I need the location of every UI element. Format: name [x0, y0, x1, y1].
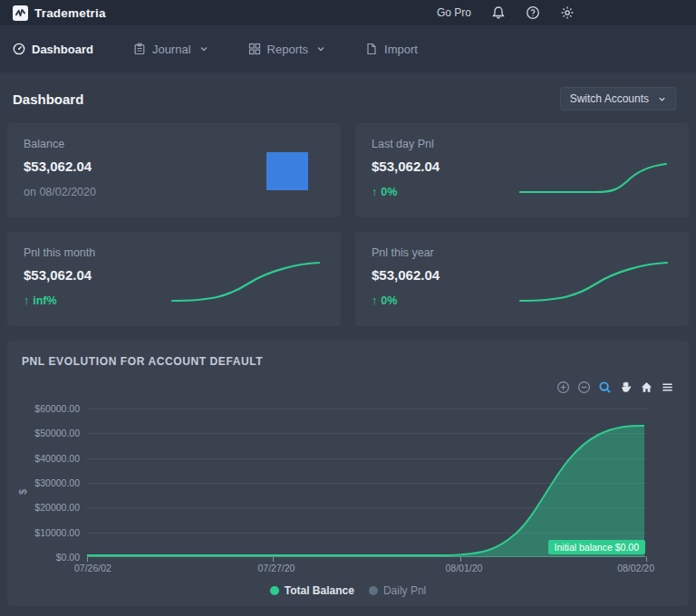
y-axis: $ $60000.00 $50000.00 $40000.00 $30000.0…: [22, 402, 87, 570]
import-file-icon: [365, 43, 378, 55]
y-tick: $0.00: [56, 552, 80, 563]
menu-icon[interactable]: [661, 380, 674, 394]
balance-blue-box: [266, 152, 308, 190]
nav-label: Journal: [152, 43, 191, 56]
main-nav: Dashboard Journal Reports Import: [0, 25, 696, 72]
up-arrow-icon: ↑: [372, 186, 377, 198]
card-label: Balance: [24, 138, 324, 150]
nav-item-reports[interactable]: Reports: [248, 43, 326, 56]
total-balance-area-series: [87, 402, 647, 557]
nav-label: Reports: [267, 43, 309, 56]
nav-label: Import: [384, 43, 418, 56]
brand[interactable]: Trademetria: [13, 5, 106, 21]
x-tick-label: 08/01/20: [446, 563, 483, 573]
journal-icon: [133, 43, 146, 55]
gauge-icon: [13, 43, 25, 55]
change-value: 0%: [381, 186, 397, 198]
legend-daily-pnl[interactable]: Daily Pnl: [369, 584, 426, 597]
legend-dot-muted: [369, 586, 378, 595]
y-tick: $60000.00: [34, 403, 80, 414]
chart-toolbar: [556, 380, 674, 394]
chart-plot-zone: $ $60000.00 $50000.00 $40000.00 $30000.0…: [22, 402, 674, 570]
sparkline-last-day: [517, 147, 671, 203]
sparkline-month: [169, 255, 323, 312]
zoom-out-icon[interactable]: [577, 380, 591, 394]
chevron-down-icon: [316, 44, 325, 53]
plot-area[interactable]: 07/26/02 07/27/20 08/01/20 08/02/20 Init…: [87, 402, 647, 557]
chevron-down-icon: [658, 95, 666, 103]
nav-item-import[interactable]: Import: [365, 43, 418, 56]
switch-accounts-label: Switch Accounts: [570, 92, 649, 105]
y-tick: $40000.00: [34, 453, 80, 464]
top-bar: Trademetria Go Pro: [0, 0, 696, 25]
pan-hand-icon[interactable]: [619, 380, 633, 394]
nav-item-journal[interactable]: Journal: [133, 43, 208, 56]
page-title: Dashboard: [13, 91, 83, 107]
initial-balance-badge: Initial balance $0.00: [548, 540, 645, 554]
up-arrow-icon: ↑: [372, 294, 377, 307]
pnl-this-month-card: Pnl this month $53,062.04 ↑ inf%: [7, 232, 341, 326]
balance-card: Balance $53,062.04 on 08/02/2020: [7, 123, 341, 217]
home-reset-icon[interactable]: [640, 380, 653, 394]
sparkline-year: [517, 255, 671, 312]
go-pro-button[interactable]: Go Pro: [437, 6, 471, 19]
x-tick-label: 07/26/02: [74, 563, 111, 573]
bell-icon[interactable]: [491, 5, 506, 20]
gear-icon[interactable]: [560, 5, 575, 20]
box-zoom-icon[interactable]: [598, 380, 612, 394]
y-tick: $10000.00: [34, 527, 80, 538]
nav-item-dashboard[interactable]: Dashboard: [13, 43, 93, 56]
y-tick: $20000.00: [34, 502, 80, 513]
legend-label: Total Balance: [285, 584, 354, 597]
y-tick: $50000.00: [34, 428, 80, 438]
help-icon[interactable]: [526, 5, 540, 20]
chart-title: PNL EVOLUTION FOR ACCOUNT DEFAULT: [22, 355, 674, 368]
switch-accounts-button[interactable]: Switch Accounts: [560, 87, 676, 111]
chevron-down-icon: [199, 44, 208, 53]
legend-dot-green: [270, 586, 279, 595]
x-tick-label: 08/02/20: [617, 563, 654, 573]
y-axis-title: $: [17, 488, 28, 494]
up-arrow-icon: ↑: [24, 294, 29, 307]
chart-legend: Total Balance Daily Pnl: [7, 584, 689, 597]
change-value: 0%: [381, 294, 397, 307]
trademetria-logo-icon: [13, 5, 28, 21]
change-value: inf%: [33, 294, 56, 307]
last-day-pnl-card: Last day Pnl $53,062.04 ↑ 0%: [355, 123, 689, 217]
nav-label: Dashboard: [32, 43, 93, 56]
pnl-evolution-panel: PNL EVOLUTION FOR ACCOUNT DEFAULT $ $600…: [7, 341, 689, 606]
brand-name: Trademetria: [34, 6, 106, 20]
reports-grid-icon: [248, 43, 261, 55]
x-tick-label: 07/27/20: [257, 563, 295, 573]
y-tick: $30000.00: [34, 477, 80, 488]
legend-label: Daily Pnl: [383, 584, 426, 597]
legend-total-balance[interactable]: Total Balance: [270, 584, 354, 597]
stat-cards: Balance $53,062.04 on 08/02/2020 Last da…: [0, 123, 696, 326]
pnl-this-year-card: Pnl this year $53,062.04 ↑ 0%: [355, 232, 689, 326]
zoom-in-icon[interactable]: [556, 380, 570, 394]
